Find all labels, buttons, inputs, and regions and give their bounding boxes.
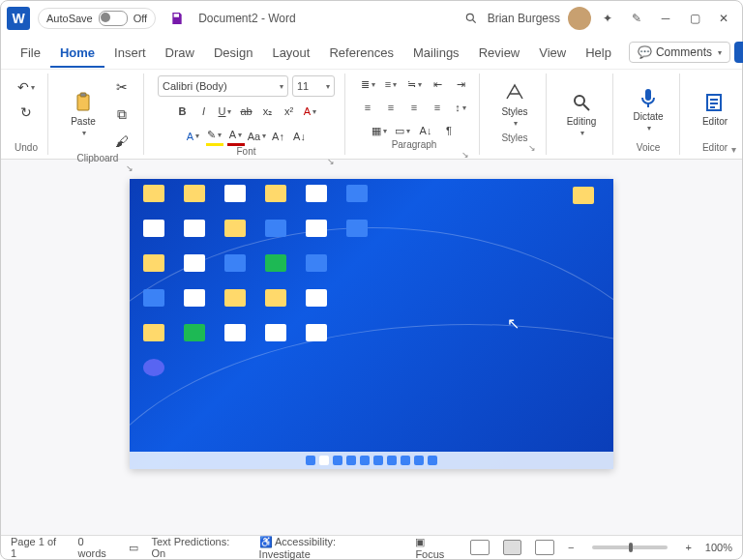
bold-button[interactable]: B (174, 103, 192, 120)
maximize-icon[interactable]: ▢ (682, 6, 707, 31)
multilevel-button[interactable]: ≒▾ (405, 75, 423, 93)
svg-rect-6 (645, 89, 651, 101)
avatar-icon[interactable] (568, 7, 591, 30)
print-layout-icon[interactable] (503, 540, 522, 555)
chevron-down-icon: ▾ (718, 48, 722, 57)
save-icon[interactable] (167, 9, 187, 28)
paste-button[interactable]: Paste ▾ (62, 87, 104, 141)
highlight-button[interactable]: ✎▾ (206, 126, 223, 146)
line-spacing-button[interactable]: ↕▾ (452, 99, 469, 116)
decrease-indent-button[interactable]: ⇤ (429, 75, 446, 93)
account-name[interactable]: Brian Burgess (488, 12, 560, 25)
subscript-button[interactable]: x₂ (259, 103, 277, 120)
cut-button[interactable]: ✂ (110, 75, 134, 99)
pen-mode-icon[interactable]: ✎ (624, 6, 649, 31)
strikethrough-button[interactable]: ab (238, 103, 255, 120)
minimize-icon[interactable]: ─ (653, 6, 678, 31)
align-center-button[interactable]: ≡ (382, 99, 400, 116)
text-fill-button[interactable]: A▾ (185, 128, 202, 145)
read-mode-icon[interactable] (470, 540, 490, 555)
focus-mode-button[interactable]: ▣ Focus (415, 536, 456, 560)
share-button[interactable]: ⇪ Share (734, 42, 743, 63)
paragraph-launcher-icon[interactable]: ↘ (461, 150, 469, 160)
tab-design[interactable]: Design (204, 40, 262, 66)
group-label-paragraph: Paragraph (392, 139, 437, 150)
zoom-in-button[interactable]: + (685, 542, 691, 553)
ribbon-collapse-icon[interactable]: ▾ (731, 144, 736, 155)
tab-review[interactable]: Review (469, 40, 530, 66)
copy-button[interactable]: ⧉ (110, 103, 134, 126)
svg-rect-3 (80, 93, 86, 97)
group-editor: Editor Editor (688, 74, 743, 155)
word-count[interactable]: 0 words (78, 536, 115, 559)
underline-button[interactable]: U▾ (217, 103, 234, 120)
group-paragraph: ≣▾ ≡▾ ≒▾ ⇤ ⇥ ≡ ≡ ≡ ≡ ↕▾ ▦▾ ▭▾ A↓ ¶ (353, 74, 480, 155)
tab-home[interactable]: Home (50, 40, 104, 68)
tab-insert[interactable]: Insert (104, 40, 156, 66)
text-predictions[interactable]: Text Predictions: On (152, 536, 246, 559)
font-launcher-icon[interactable]: ↘ (327, 157, 335, 166)
show-marks-button[interactable]: ¶ (440, 122, 458, 139)
zoom-level[interactable]: 100% (705, 542, 732, 553)
change-case-button[interactable]: Aa▾ (249, 128, 266, 145)
align-left-button[interactable]: ≡ (359, 99, 376, 116)
italic-button[interactable]: I (195, 103, 213, 120)
tab-draw[interactable]: Draw (156, 40, 204, 66)
align-right-button[interactable]: ≡ (405, 99, 423, 116)
numbering-button[interactable]: ≡▾ (382, 75, 400, 93)
editor-button[interactable]: Editor (694, 82, 736, 136)
font-name-select[interactable]: Calibri (Body)▾ (158, 75, 288, 97)
editing-button[interactable]: Editing▾ (560, 87, 603, 141)
zoom-slider[interactable] (592, 545, 669, 549)
diamond-icon[interactable]: ✦ (595, 6, 620, 31)
group-styles: Styles▾ Styles ↘ (488, 74, 547, 155)
styles-button[interactable]: Styles▾ (493, 77, 536, 132)
zoom-out-button[interactable]: − (568, 542, 574, 553)
tab-layout[interactable]: Layout (262, 40, 319, 66)
tab-mailings[interactable]: Mailings (403, 40, 469, 66)
shrink-font-button[interactable]: A↓ (291, 128, 309, 145)
borders-button[interactable]: ▭▾ (394, 122, 411, 139)
dictate-button[interactable]: Dictate▾ (627, 82, 669, 136)
word-window: W AutoSave Off Document2 - Word Brian Bu… (0, 0, 743, 560)
page-indicator[interactable]: Page 1 of 1 (11, 536, 65, 559)
autosave-toggle[interactable]: AutoSave Off (38, 8, 156, 29)
superscript-button[interactable]: x² (281, 103, 298, 120)
font-size-select[interactable]: 11▾ (292, 75, 335, 97)
clipboard-launcher-icon[interactable]: ↘ (126, 163, 134, 173)
font-color-button[interactable]: A▾ (227, 126, 245, 146)
accessibility-status[interactable]: ♿ Accessibility: Investigate (259, 536, 389, 560)
comments-button[interactable]: 💬 Comments ▾ (629, 42, 730, 63)
tab-file[interactable]: File (11, 40, 50, 66)
document-canvas[interactable]: ↖ (1, 160, 742, 535)
ribbon: ↶▾ ↻ Undo Paste ▾ ✂ ⧉ 🖌 Clipboard ↘ (1, 70, 742, 160)
shading-button[interactable]: ▦▾ (371, 122, 388, 139)
ribbon-tabs: FileHomeInsertDrawDesignLayoutReferences… (1, 36, 742, 70)
font-size-value: 11 (297, 80, 309, 92)
bullets-button[interactable]: ≣▾ (359, 75, 376, 93)
search-icon[interactable] (459, 6, 484, 31)
styles-launcher-icon[interactable]: ↘ (528, 143, 536, 153)
inserted-screenshot[interactable]: ↖ (130, 179, 613, 469)
editor-label: Editor (702, 116, 728, 127)
toggle-icon (99, 11, 128, 26)
web-layout-icon[interactable] (535, 540, 554, 555)
autosave-state: Off (134, 13, 147, 24)
tab-references[interactable]: References (319, 40, 402, 66)
redo-button[interactable]: ↻ (15, 101, 38, 124)
close-icon[interactable]: ✕ (711, 6, 736, 31)
status-bar: Page 1 of 1 0 words ▭ Text Predictions: … (1, 535, 742, 559)
comment-icon: 💬 (638, 45, 652, 59)
undo-button[interactable]: ↶▾ (15, 75, 38, 99)
tab-view[interactable]: View (529, 40, 576, 66)
desktop-icon-right (573, 187, 594, 204)
format-painter-button[interactable]: 🖌 (110, 130, 134, 153)
text-effects-button[interactable]: A▾ (302, 103, 319, 120)
dictionary-icon[interactable]: ▭ (129, 542, 138, 554)
justify-button[interactable]: ≡ (429, 99, 446, 116)
group-editing: Editing▾ (554, 74, 613, 155)
sort-button[interactable]: A↓ (417, 122, 434, 139)
tab-help[interactable]: Help (576, 40, 621, 66)
grow-font-button[interactable]: A↑ (270, 128, 287, 145)
increase-indent-button[interactable]: ⇥ (452, 75, 469, 93)
